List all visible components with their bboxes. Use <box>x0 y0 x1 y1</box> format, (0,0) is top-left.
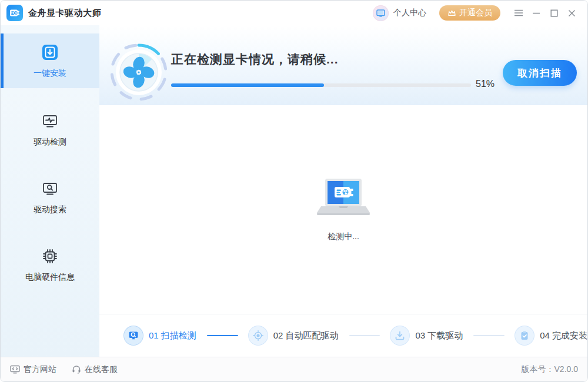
sidebar-item-label: 电脑硬件信息 <box>1 272 99 283</box>
titlebar: 金舟显卡驱动大师 个人中心 开通会员 <box>1 1 587 25</box>
footer: 官方网站 在线客服 版本号：V2.0.0 <box>1 357 587 381</box>
progress-fill <box>171 83 324 87</box>
sidebar-item-driver-search[interactable]: 驱动搜索 <box>1 170 99 223</box>
official-site-link[interactable]: 官方网站 <box>10 364 56 375</box>
close-button[interactable] <box>563 5 580 21</box>
monitor-code-icon <box>10 365 20 374</box>
step-connector <box>349 335 380 336</box>
sidebar-item-hardware-info[interactable]: 电脑硬件信息 <box>1 237 99 291</box>
step-label: 完成安装 <box>552 330 587 340</box>
step-label: 扫描检测 <box>161 330 196 340</box>
target-icon <box>249 326 268 345</box>
scan-monitor-icon <box>124 326 143 345</box>
window-controls <box>510 5 580 21</box>
app-window: 金舟显卡驱动大师 个人中心 开通会员 <box>0 0 588 382</box>
step-label: 自动匹配驱动 <box>286 330 339 340</box>
laptop-scan-illustration <box>316 177 370 221</box>
crown-icon <box>447 9 456 17</box>
headset-icon <box>72 365 81 374</box>
sidebar-item-label: 驱动搜索 <box>1 205 99 215</box>
minimize-button[interactable] <box>527 5 545 21</box>
step-number: 03 <box>415 330 425 340</box>
monitor-icon <box>376 8 386 18</box>
maximize-button[interactable] <box>545 5 563 21</box>
step-number: 01 <box>149 330 159 340</box>
step-number: 04 <box>540 330 550 340</box>
cpu-chip-icon <box>41 247 59 266</box>
download-tray-icon <box>390 326 409 345</box>
cancel-scan-button[interactable]: 取消扫描 <box>503 60 577 86</box>
progress-percent-label: 51% <box>476 79 495 89</box>
progress-bar <box>171 83 471 87</box>
scan-banner: 正在检测显卡情况，请稍候... 51% 取消扫描 <box>99 25 587 105</box>
step-number: 02 <box>273 330 283 340</box>
online-service-label: 在线客服 <box>85 364 118 375</box>
open-membership-button[interactable]: 开通会员 <box>439 5 500 21</box>
monitor-search-icon <box>41 179 59 198</box>
main-content: 检测中... <box>99 105 587 314</box>
fan-spinner-icon <box>109 42 169 102</box>
step-label: 下载驱动 <box>427 330 463 340</box>
menu-button[interactable] <box>510 5 527 21</box>
app-title: 金舟显卡驱动大师 <box>28 8 101 19</box>
step-finish-install: 04 完成安装 <box>515 326 587 345</box>
scan-status-title: 正在检测显卡情况，请稍候... <box>171 51 339 68</box>
step-connector <box>207 335 238 336</box>
online-service-link[interactable]: 在线客服 <box>72 364 118 375</box>
sidebar: 一键安装 驱动检测 驱动搜索 <box>1 25 99 357</box>
sidebar-item-one-click-install[interactable]: 一键安装 <box>1 33 99 88</box>
version-label: 版本号：V2.0.0 <box>522 364 578 375</box>
install-steps: 01 扫描检测 02 自动匹配驱动 03 下载驱动 <box>99 314 587 357</box>
step-scan-detect: 01 扫描检测 <box>124 326 196 345</box>
sidebar-item-label: 一键安装 <box>1 68 99 79</box>
app-logo-icon <box>6 5 23 21</box>
user-avatar[interactable] <box>373 5 389 21</box>
detecting-status-text: 检测中... <box>328 232 359 242</box>
step-connector <box>473 335 505 336</box>
sidebar-item-label: 驱动检测 <box>1 137 99 148</box>
monitor-pulse-icon <box>41 112 59 130</box>
step-download-driver: 03 下载驱动 <box>390 326 463 345</box>
membership-label: 开通会员 <box>459 8 492 18</box>
official-site-label: 官方网站 <box>24 364 56 375</box>
user-center-link[interactable]: 个人中心 <box>393 8 426 18</box>
step-auto-match: 02 自动匹配驱动 <box>249 326 339 345</box>
clipboard-check-icon <box>515 326 534 345</box>
sidebar-item-driver-detect[interactable]: 驱动检测 <box>1 102 99 156</box>
download-icon <box>41 43 59 62</box>
